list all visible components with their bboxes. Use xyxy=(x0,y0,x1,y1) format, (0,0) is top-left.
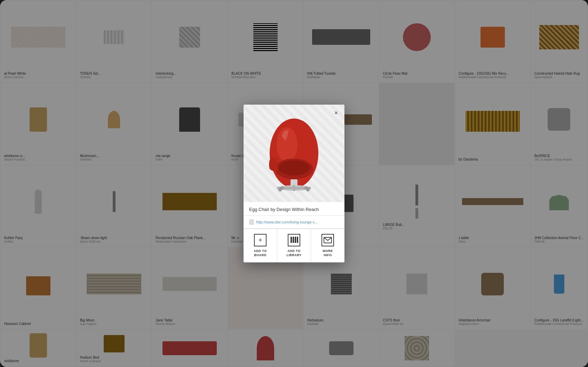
modal-url-text: http://www.dwr.com/living-lounge-c... xyxy=(256,220,318,224)
svg-point-3 xyxy=(278,160,310,176)
svg-rect-14 xyxy=(295,237,296,243)
svg-rect-13 xyxy=(293,237,294,243)
modal-title: Egg Chair by Design Within Reach xyxy=(249,207,339,212)
product-modal: × xyxy=(244,105,344,262)
modal-overlay[interactable]: × xyxy=(0,0,588,367)
screen-wrapper: al Pearl White RCELANOSA TOKEN Sid... TO… xyxy=(0,0,588,367)
modal-url-row[interactable]: http://www.dwr.com/living-lounge-c... xyxy=(244,216,344,229)
modal-info: Egg Chair by Design Within Reach xyxy=(244,202,344,216)
modal-close-button[interactable]: × xyxy=(332,109,340,117)
add-to-board-label: ADD TOBOARD xyxy=(254,249,267,257)
envelope-icon xyxy=(321,234,334,246)
svg-rect-12 xyxy=(291,237,292,243)
add-to-library-label: ADD TOLIBRARY xyxy=(286,249,301,257)
svg-rect-15 xyxy=(297,237,298,243)
modal-image-area: × xyxy=(244,105,344,202)
more-info-label: MOREINFO xyxy=(323,249,333,257)
svg-point-11 xyxy=(304,186,308,190)
plus-icon: + xyxy=(254,234,267,246)
add-to-board-button[interactable]: + ADD TOBOARD xyxy=(244,229,277,262)
add-to-library-button[interactable]: ADD TOLIBRARY xyxy=(277,229,311,262)
svg-point-10 xyxy=(280,186,284,190)
document-icon xyxy=(249,219,254,225)
library-icon xyxy=(288,234,300,246)
egg-chair-image xyxy=(261,112,327,195)
more-info-button[interactable]: MOREINFO xyxy=(311,229,344,262)
modal-actions: + ADD TOBOARD ADD TOLIBRARY xyxy=(244,229,344,262)
